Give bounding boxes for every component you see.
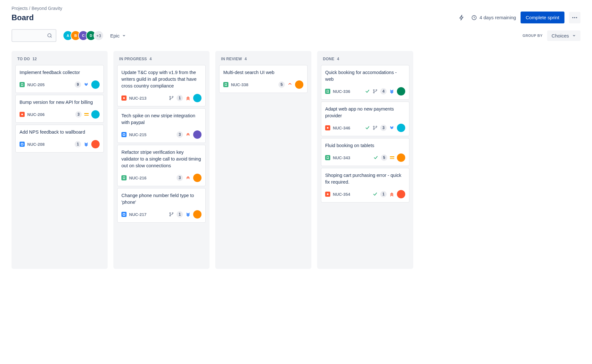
column-done: DONE4Quick booking for accomodations - w…: [317, 51, 413, 269]
assignee-avatar[interactable]: [397, 124, 405, 132]
column-in-review: IN REVIEW4Multi-dest search UI webNUC-33…: [215, 51, 311, 269]
story-points-badge: 3: [177, 131, 183, 138]
issue-card[interactable]: Refactor stripe verification key validat…: [117, 145, 206, 186]
assignee-filter-avatars[interactable]: ABCD+3: [63, 30, 104, 41]
breadcrumb-root[interactable]: Projects: [12, 6, 28, 11]
breadcrumb[interactable]: Projects/Beyond Gravity: [12, 6, 580, 11]
column-in-progress: IN PROGRESS4Update T&C copy with v1.9 fr…: [113, 51, 210, 269]
svg-point-10: [169, 99, 170, 100]
card-title: Adapt web app no new payments provider: [325, 106, 405, 119]
issue-card[interactable]: Implement feedback collectorNUC-2059: [15, 65, 104, 93]
task-type-icon: [20, 142, 25, 147]
story-type-icon: [325, 89, 330, 94]
issue-card[interactable]: Update T&C copy with v1.9 from the write…: [117, 65, 206, 106]
svg-point-13: [169, 212, 170, 213]
card-title: Bump version for new API for billing: [20, 99, 100, 106]
assignee-avatar[interactable]: [193, 94, 201, 102]
issue-key: NUC-217: [129, 212, 146, 217]
issue-key: NUC-346: [333, 126, 350, 130]
bug-type-icon: [325, 125, 330, 130]
avatar-overflow[interactable]: +3: [94, 30, 104, 41]
svg-point-23: [327, 194, 329, 195]
card-title: Multi-dest search UI web: [223, 69, 303, 76]
assignee-avatar[interactable]: [91, 140, 100, 148]
story-type-icon: [121, 175, 127, 180]
issue-card[interactable]: Bump version for new API for billingNUC-…: [15, 95, 104, 123]
search-input[interactable]: [12, 29, 56, 42]
issue-key: NUC-354: [333, 192, 350, 197]
issue-card[interactable]: Change phone number field type to 'phone…: [117, 188, 206, 223]
assignee-avatar[interactable]: [193, 130, 201, 139]
svg-point-18: [373, 92, 374, 93]
story-points-badge: 5: [278, 81, 285, 88]
svg-point-7: [123, 97, 125, 99]
priority-highest-icon: [185, 95, 191, 101]
search-icon: [47, 33, 53, 38]
story-points-badge: 3: [380, 125, 387, 131]
issue-key: NUC-213: [129, 96, 146, 101]
issue-key: NUC-343: [333, 155, 350, 160]
svg-point-4: [48, 34, 51, 37]
assignee-avatar[interactable]: [91, 110, 100, 119]
priority-lowest-icon: [389, 89, 394, 94]
issue-key: NUC-205: [27, 82, 45, 87]
priority-mediumhigh-icon: [287, 82, 292, 87]
card-title: Shoping cart purchasing error - quick fi…: [325, 172, 405, 186]
breadcrumb-separator: /: [29, 6, 30, 11]
priority-low-icon: [389, 125, 394, 130]
assignee-avatar[interactable]: [193, 210, 201, 219]
done-check-icon: [365, 89, 370, 94]
more-menu-button[interactable]: [569, 12, 580, 23]
card-title: Fluid booking on tablets: [325, 142, 405, 149]
sprint-remaining-text: 4 days remaining: [480, 15, 516, 20]
story-type-icon: [325, 155, 330, 160]
card-title: Tech spike on new stripe integration wit…: [121, 112, 201, 126]
priority-medium-icon: [84, 113, 89, 116]
page-title: Board: [12, 13, 34, 22]
issue-card[interactable]: Quick booking for accomodations - webNUC…: [321, 65, 409, 100]
priority-lowest-icon: [185, 212, 191, 217]
assignee-avatar[interactable]: [91, 80, 100, 89]
column-count: 4: [150, 57, 152, 61]
svg-point-22: [373, 128, 374, 129]
svg-rect-11: [123, 134, 125, 136]
epic-filter[interactable]: Epic: [110, 33, 126, 38]
column-title: TO DO: [17, 57, 30, 61]
column-count: 4: [337, 57, 339, 61]
assignee-avatar[interactable]: [295, 80, 303, 89]
branch-icon: [169, 212, 174, 217]
automation-icon[interactable]: [456, 12, 467, 23]
complete-sprint-button[interactable]: Complete sprint: [521, 12, 564, 23]
story-points-badge: 5: [381, 154, 387, 161]
issue-card[interactable]: Tech spike on new stripe integration wit…: [117, 108, 206, 143]
assignee-avatar[interactable]: [397, 153, 405, 162]
issue-key: NUC-336: [333, 89, 350, 94]
branch-icon: [169, 95, 174, 101]
ellipsis-icon: [571, 14, 578, 21]
issue-key: NUC-216: [129, 176, 146, 180]
story-points-badge: 1: [380, 191, 387, 197]
branch-icon: [373, 125, 378, 130]
column-title: IN PROGRESS: [119, 57, 147, 61]
issue-card[interactable]: Add NPS feedback to wallboardNUC-2081: [15, 125, 104, 153]
svg-point-9: [172, 96, 173, 97]
svg-point-19: [327, 127, 329, 129]
assignee-avatar[interactable]: [397, 87, 405, 95]
chevron-down-icon: [122, 34, 126, 37]
done-check-icon: [373, 155, 378, 160]
clock-icon: [471, 15, 477, 21]
done-check-icon: [373, 192, 378, 197]
story-points-badge: 1: [75, 141, 81, 147]
issue-card[interactable]: Shoping cart purchasing error - quick fi…: [321, 168, 409, 203]
group-by-select[interactable]: Choices: [547, 30, 580, 41]
svg-point-21: [376, 126, 377, 127]
column-count: 12: [32, 57, 37, 61]
sprint-remaining: 4 days remaining: [471, 15, 516, 21]
issue-card[interactable]: Fluid booking on tabletsNUC-3435: [321, 138, 409, 166]
issue-card[interactable]: Multi-dest search UI webNUC-3385: [219, 65, 308, 93]
assignee-avatar[interactable]: [193, 174, 201, 182]
breadcrumb-project[interactable]: Beyond Gravity: [31, 6, 62, 11]
assignee-avatar[interactable]: [397, 190, 405, 198]
column-title: IN REVIEW: [221, 57, 242, 61]
issue-card[interactable]: Adapt web app no new payments providerNU…: [321, 102, 409, 136]
